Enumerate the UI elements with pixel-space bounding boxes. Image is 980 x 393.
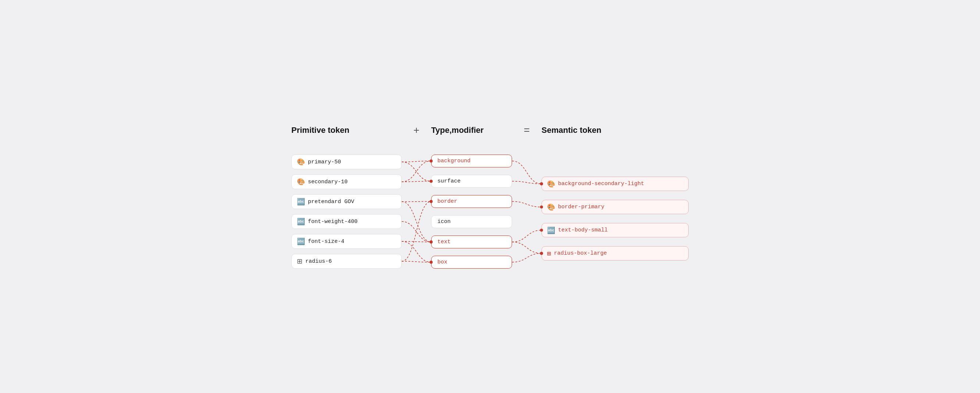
type-box-el: box	[431, 256, 512, 269]
text-icon-3: 🔤	[297, 218, 305, 226]
token-label-pretendard: pretendard GOV	[308, 199, 354, 205]
type-border: border	[431, 195, 512, 208]
token-radius-6: ⊞ radius-6	[291, 254, 402, 269]
text-icon-4: 🔤	[297, 237, 305, 245]
semantic-label-3: radius-box-large	[554, 250, 607, 256]
token-label-primary-50: primary-50	[308, 159, 341, 165]
type-label-text: text	[438, 239, 451, 245]
type-label-box: box	[438, 259, 447, 265]
token-label-font-size: font-size-4	[308, 239, 344, 245]
header-equals: =	[512, 124, 541, 136]
token-pretendard-gov: 🔤 pretendard GOV	[291, 194, 402, 209]
palette-icon-sem-0: 🎨	[547, 180, 555, 188]
palette-icon-sem-1: 🎨	[547, 203, 555, 211]
primitive-tokens-column: 🎨 primary-50 🎨 secondary-10 🔤 pretendard…	[291, 154, 402, 269]
grid-icon-sem-3: ⊞	[547, 250, 551, 257]
semantic-tokens-column: 🎨 background-secondary-light 🎨 border-pr…	[541, 154, 689, 261]
token-primary-50: 🎨 primary-50	[291, 154, 402, 169]
header-semantic: Semantic token	[541, 126, 689, 135]
token-font-size-4: 🔤 font-size-4	[291, 234, 402, 249]
semantic-radius-box-large: ⊞ radius-box-large	[541, 246, 689, 261]
header-row: Primitive token + Type,modifier = Semant…	[291, 124, 689, 136]
text-icon-sem-2: 🔤	[547, 226, 555, 234]
token-label-font-weight: font-weight-400	[308, 219, 358, 225]
type-label-border: border	[438, 198, 457, 205]
token-font-weight-400: 🔤 font-weight-400	[291, 214, 402, 229]
semantic-background-secondary-light: 🎨 background-secondary-light	[541, 177, 689, 191]
semantic-border-primary: 🎨 border-primary	[541, 200, 689, 214]
semantic-label-2: text-body-small	[558, 227, 608, 233]
semantic-text-body-small: 🔤 text-body-small	[541, 223, 689, 237]
type-background: background	[431, 154, 512, 167]
type-modifiers-column: background surface border icon text box	[431, 154, 512, 269]
type-icon: icon	[431, 215, 512, 228]
header-primitive: Primitive token	[291, 126, 402, 135]
grid-icon-5: ⊞	[297, 257, 302, 265]
type-label-surface: surface	[438, 178, 461, 185]
type-text: text	[431, 235, 512, 248]
content-row: 🎨 primary-50 🎨 secondary-10 🔤 pretendard…	[291, 154, 689, 269]
token-label-secondary-10: secondary-10	[308, 179, 348, 185]
palette-icon-0: 🎨	[297, 158, 305, 166]
palette-icon-1: 🎨	[297, 178, 305, 186]
token-label-radius: radius-6	[305, 258, 332, 264]
semantic-label-0: background-secondary-light	[558, 181, 644, 187]
token-secondary-10: 🎨 secondary-10	[291, 174, 402, 189]
diagram-container: Primitive token + Type,modifier = Semant…	[269, 106, 711, 287]
header-plus: +	[402, 124, 431, 136]
text-icon-2: 🔤	[297, 197, 305, 206]
semantic-label-1: border-primary	[558, 204, 605, 210]
header-type: Type,modifier	[431, 126, 512, 135]
type-label-icon: icon	[438, 219, 451, 225]
type-label-background: background	[438, 158, 471, 164]
semantic-tokens-inner: 🎨 background-secondary-light 🎨 border-pr…	[541, 177, 689, 261]
type-surface: surface	[431, 175, 512, 188]
